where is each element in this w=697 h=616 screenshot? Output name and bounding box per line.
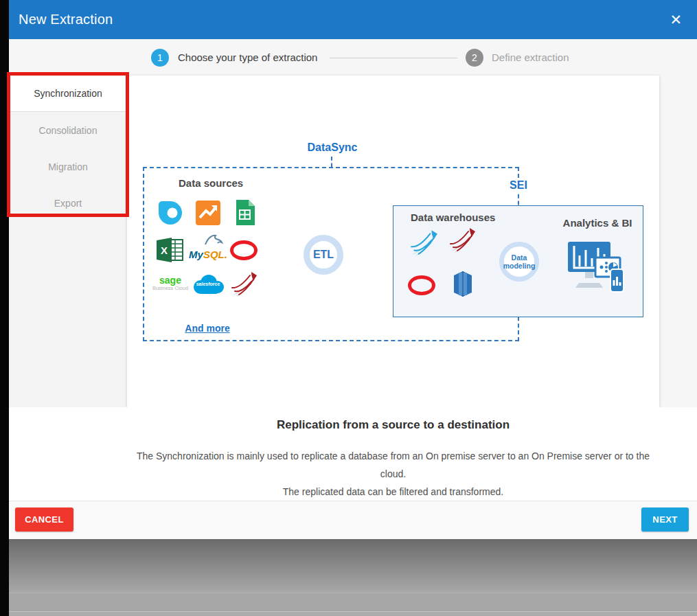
sidebar-item-synchronization[interactable]: Synchronization <box>9 76 127 112</box>
dimmed-page-background <box>0 539 697 616</box>
etl-circle: ETL <box>304 235 343 275</box>
sage-business-cloud-icon: sage Business Cloud <box>150 276 191 291</box>
sql-server-warehouse-icon <box>448 226 477 258</box>
data-sources-title: Data sources <box>179 177 243 189</box>
dialog-title: New Extraction <box>19 0 113 39</box>
step-1-label: Choose your type of extraction <box>178 52 317 63</box>
oracle-warehouse-icon <box>408 275 435 295</box>
page: New Extraction ✕ 1 Choose your type of e… <box>0 0 697 616</box>
dialog-body: Synchronization Consolidation Migration … <box>9 76 697 407</box>
sei-box: Data warehouses <box>393 205 643 317</box>
step-1-indicator: 1 <box>151 49 169 67</box>
data-warehouses-title: Data warehouses <box>411 212 495 223</box>
sql-server-icon <box>230 270 259 301</box>
synchronization-diagram-card: DataSync Data sources <box>127 76 659 407</box>
amazon-redshift-icon <box>451 270 475 301</box>
datasync-label: DataSync <box>292 141 373 154</box>
mysql-icon: MySQL. <box>187 233 229 260</box>
wizard-stepper: 1 Choose your type of extraction 2 Defin… <box>9 39 697 76</box>
salesforce-text: salesforce <box>190 282 226 286</box>
excel-icon: X <box>157 238 184 265</box>
cancel-button[interactable]: CANCEL <box>15 507 73 532</box>
mysql-text-sql: SQL. <box>203 249 227 260</box>
google-analytics-icon <box>196 201 220 228</box>
sidebar-item-migration[interactable]: Migration <box>9 148 127 185</box>
oracle-icon <box>230 240 258 260</box>
analytics-bi-title: Analytics & BI <box>546 217 649 229</box>
step-2-indicator: 2 <box>466 49 483 67</box>
and-more-link[interactable]: And more <box>156 323 259 334</box>
salesforce-icon: salesforce <box>190 273 226 297</box>
datasync-connector-dotted-line <box>331 157 332 167</box>
data-modeling-circle: Data modeling <box>499 242 539 282</box>
mysql-text-my: My <box>189 249 203 260</box>
type-description-section: Replication from a source to a destinati… <box>9 407 697 501</box>
page-left-dark-strip <box>0 0 9 616</box>
sidebar-item-consolidation[interactable]: Consolidation <box>9 112 127 148</box>
svg-text:X: X <box>161 244 168 256</box>
dialog-header: New Extraction ✕ <box>9 0 697 39</box>
analytics-bi-devices-icon <box>565 239 627 297</box>
google-sheets-icon <box>235 200 255 228</box>
type-description-heading: Replication from a source to a destinati… <box>127 418 659 432</box>
azure-sql-icon <box>409 228 439 261</box>
extraction-type-sidebar: Synchronization Consolidation Migration … <box>9 76 127 407</box>
type-description-line: The replicated data can be filtered and … <box>127 483 659 501</box>
step-2-label: Define extraction <box>492 52 569 63</box>
new-extraction-dialog: New Extraction ✕ 1 Choose your type of e… <box>9 0 697 539</box>
sage-text: sage <box>150 276 191 285</box>
background-row-band <box>0 611 697 616</box>
modal-drop-shadow <box>0 539 697 593</box>
dialog-footer: CANCEL NEXT <box>9 501 697 539</box>
stepper-connector-line <box>330 58 457 58</box>
type-description-line: The Synchronization is mainly used to re… <box>127 447 659 483</box>
sidebar-item-export[interactable]: Export <box>9 185 127 221</box>
sage-subtext: Business Cloud <box>150 285 191 291</box>
background-row-band <box>0 593 697 611</box>
close-icon[interactable]: ✕ <box>665 0 686 39</box>
next-button[interactable]: NEXT <box>641 507 689 532</box>
chat-bubble-app-icon <box>158 201 183 228</box>
sei-label: SEI <box>499 179 538 192</box>
